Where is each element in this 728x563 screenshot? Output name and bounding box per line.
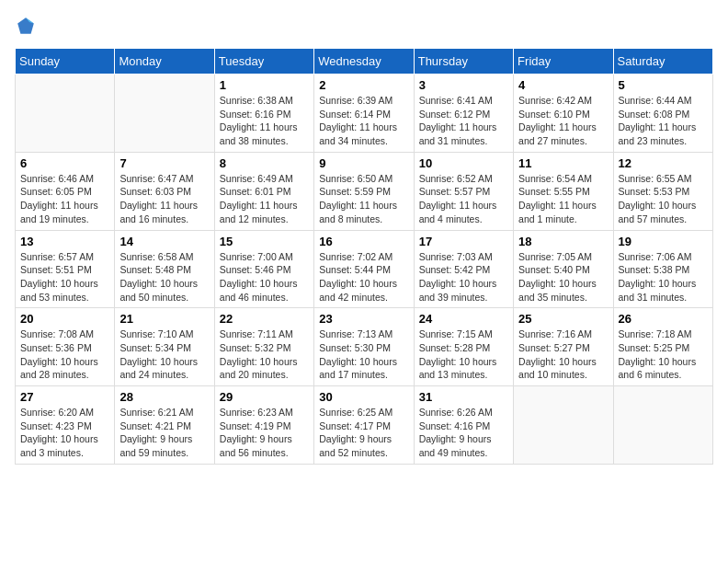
- page-header: [15, 15, 713, 37]
- weekday-header-friday: Friday: [514, 49, 613, 75]
- day-info: Sunrise: 6:26 AMSunset: 4:16 PMDaylight:…: [419, 406, 508, 460]
- calendar-cell: 8Sunrise: 6:49 AMSunset: 6:01 PMDaylight…: [214, 152, 313, 230]
- day-info: Sunrise: 7:06 AMSunset: 5:38 PMDaylight:…: [619, 250, 708, 304]
- day-info: Sunrise: 6:42 AMSunset: 6:10 PMDaylight:…: [518, 94, 608, 148]
- day-number: 21: [119, 312, 209, 326]
- calendar-cell: 15Sunrise: 7:00 AMSunset: 5:46 PMDayligh…: [214, 230, 313, 308]
- calendar-cell: 3Sunrise: 6:41 AMSunset: 6:12 PMDaylight…: [414, 75, 513, 153]
- day-info: Sunrise: 6:21 AMSunset: 4:21 PMDaylight:…: [119, 406, 209, 460]
- calendar-cell: 29Sunrise: 6:23 AMSunset: 4:19 PMDayligh…: [214, 386, 313, 465]
- day-number: 17: [419, 235, 508, 248]
- day-number: 8: [220, 156, 309, 170]
- day-number: 23: [319, 312, 408, 326]
- day-info: Sunrise: 6:57 AMSunset: 5:51 PMDaylight:…: [20, 250, 109, 304]
- calendar-week-3: 13Sunrise: 6:57 AMSunset: 5:51 PMDayligh…: [16, 230, 713, 308]
- day-number: 7: [119, 156, 209, 170]
- day-number: 16: [319, 235, 408, 248]
- day-info: Sunrise: 6:46 AMSunset: 6:05 PMDaylight:…: [20, 172, 109, 226]
- day-number: 9: [319, 156, 408, 170]
- calendar-week-2: 6Sunrise: 6:46 AMSunset: 6:05 PMDaylight…: [16, 152, 713, 230]
- calendar-week-1: 1Sunrise: 6:38 AMSunset: 6:16 PMDaylight…: [16, 75, 713, 153]
- day-info: Sunrise: 7:18 AMSunset: 5:25 PMDaylight:…: [619, 327, 708, 382]
- day-info: Sunrise: 6:58 AMSunset: 5:48 PMDaylight:…: [119, 250, 209, 304]
- day-info: Sunrise: 7:03 AMSunset: 5:42 PMDaylight:…: [419, 250, 508, 304]
- calendar-cell: 26Sunrise: 7:18 AMSunset: 5:25 PMDayligh…: [613, 308, 712, 386]
- calendar-week-5: 27Sunrise: 6:20 AMSunset: 4:23 PMDayligh…: [16, 386, 713, 465]
- day-number: 4: [518, 78, 608, 92]
- day-number: 13: [20, 235, 109, 248]
- day-number: 11: [518, 156, 608, 170]
- day-number: 20: [20, 312, 109, 326]
- weekday-header-saturday: Saturday: [613, 49, 712, 75]
- calendar-cell: 14Sunrise: 6:58 AMSunset: 5:48 PMDayligh…: [115, 230, 214, 308]
- day-number: 26: [619, 312, 708, 326]
- day-info: Sunrise: 6:20 AMSunset: 4:23 PMDaylight:…: [20, 406, 109, 460]
- day-number: 24: [419, 312, 508, 326]
- weekday-header-sunday: Sunday: [16, 49, 115, 75]
- calendar-cell: 10Sunrise: 6:52 AMSunset: 5:57 PMDayligh…: [414, 152, 513, 230]
- day-number: 28: [119, 390, 209, 404]
- calendar-cell: [16, 75, 115, 153]
- day-info: Sunrise: 6:54 AMSunset: 5:55 PMDaylight:…: [518, 172, 608, 226]
- calendar-cell: 5Sunrise: 6:44 AMSunset: 6:08 PMDaylight…: [613, 75, 712, 153]
- calendar-cell: 23Sunrise: 7:13 AMSunset: 5:30 PMDayligh…: [314, 308, 414, 386]
- day-number: 18: [518, 235, 608, 248]
- day-info: Sunrise: 7:02 AMSunset: 5:44 PMDaylight:…: [319, 250, 408, 304]
- day-info: Sunrise: 6:23 AMSunset: 4:19 PMDaylight:…: [220, 406, 309, 460]
- calendar-week-4: 20Sunrise: 7:08 AMSunset: 5:36 PMDayligh…: [16, 308, 713, 386]
- calendar-cell: 24Sunrise: 7:15 AMSunset: 5:28 PMDayligh…: [414, 308, 513, 386]
- day-number: 6: [20, 156, 109, 170]
- day-info: Sunrise: 6:50 AMSunset: 5:59 PMDaylight:…: [319, 172, 408, 226]
- day-number: 3: [419, 78, 508, 92]
- day-number: 10: [419, 156, 508, 170]
- calendar-cell: 30Sunrise: 6:25 AMSunset: 4:17 PMDayligh…: [314, 386, 414, 465]
- calendar-cell: 21Sunrise: 7:10 AMSunset: 5:34 PMDayligh…: [115, 308, 214, 386]
- day-info: Sunrise: 6:44 AMSunset: 6:08 PMDaylight:…: [619, 94, 708, 148]
- day-info: Sunrise: 7:13 AMSunset: 5:30 PMDaylight:…: [319, 327, 408, 382]
- calendar-cell: [613, 386, 712, 465]
- calendar-cell: 12Sunrise: 6:55 AMSunset: 5:53 PMDayligh…: [613, 152, 712, 230]
- day-number: 5: [619, 78, 708, 92]
- day-number: 12: [619, 156, 708, 170]
- calendar-cell: 7Sunrise: 6:47 AMSunset: 6:03 PMDaylight…: [115, 152, 214, 230]
- calendar-cell: 16Sunrise: 7:02 AMSunset: 5:44 PMDayligh…: [314, 230, 414, 308]
- day-number: 22: [220, 312, 309, 326]
- weekday-header-wednesday: Wednesday: [314, 49, 414, 75]
- calendar-cell: 20Sunrise: 7:08 AMSunset: 5:36 PMDayligh…: [16, 308, 115, 386]
- calendar-cell: 1Sunrise: 6:38 AMSunset: 6:16 PMDaylight…: [214, 75, 313, 153]
- day-number: 19: [619, 235, 708, 248]
- calendar-cell: 4Sunrise: 6:42 AMSunset: 6:10 PMDaylight…: [514, 75, 613, 153]
- day-number: 27: [20, 390, 109, 404]
- calendar-cell: 2Sunrise: 6:39 AMSunset: 6:14 PMDaylight…: [314, 75, 414, 153]
- day-info: Sunrise: 6:38 AMSunset: 6:16 PMDaylight:…: [220, 94, 309, 148]
- day-number: 2: [319, 78, 408, 92]
- day-info: Sunrise: 6:47 AMSunset: 6:03 PMDaylight:…: [119, 172, 209, 226]
- calendar-cell: 9Sunrise: 6:50 AMSunset: 5:59 PMDaylight…: [314, 152, 414, 230]
- day-info: Sunrise: 7:15 AMSunset: 5:28 PMDaylight:…: [419, 327, 508, 382]
- calendar-cell: 18Sunrise: 7:05 AMSunset: 5:40 PMDayligh…: [514, 230, 613, 308]
- day-info: Sunrise: 6:52 AMSunset: 5:57 PMDaylight:…: [419, 172, 508, 226]
- day-info: Sunrise: 7:10 AMSunset: 5:34 PMDaylight:…: [119, 327, 209, 382]
- weekday-header-monday: Monday: [115, 49, 214, 75]
- calendar-cell: 31Sunrise: 6:26 AMSunset: 4:16 PMDayligh…: [414, 386, 513, 465]
- day-number: 30: [319, 390, 408, 404]
- day-number: 1: [220, 78, 309, 92]
- calendar-cell: [514, 386, 613, 465]
- day-info: Sunrise: 6:49 AMSunset: 6:01 PMDaylight:…: [220, 172, 309, 226]
- day-info: Sunrise: 7:00 AMSunset: 5:46 PMDaylight:…: [220, 250, 309, 304]
- logo-icon: [15, 15, 37, 37]
- svg-marker-0: [17, 17, 34, 34]
- day-info: Sunrise: 6:55 AMSunset: 5:53 PMDaylight:…: [619, 172, 708, 226]
- weekday-header-thursday: Thursday: [414, 49, 513, 75]
- day-info: Sunrise: 6:41 AMSunset: 6:12 PMDaylight:…: [419, 94, 508, 148]
- day-number: 14: [119, 235, 209, 248]
- calendar-cell: 13Sunrise: 6:57 AMSunset: 5:51 PMDayligh…: [16, 230, 115, 308]
- calendar-cell: 28Sunrise: 6:21 AMSunset: 4:21 PMDayligh…: [115, 386, 214, 465]
- calendar-cell: 19Sunrise: 7:06 AMSunset: 5:38 PMDayligh…: [613, 230, 712, 308]
- day-info: Sunrise: 7:08 AMSunset: 5:36 PMDaylight:…: [20, 327, 109, 382]
- calendar-table: SundayMondayTuesdayWednesdayThursdayFrid…: [15, 48, 713, 465]
- calendar-cell: 17Sunrise: 7:03 AMSunset: 5:42 PMDayligh…: [414, 230, 513, 308]
- calendar-cell: 11Sunrise: 6:54 AMSunset: 5:55 PMDayligh…: [514, 152, 613, 230]
- day-number: 31: [419, 390, 508, 404]
- weekday-header-tuesday: Tuesday: [214, 49, 313, 75]
